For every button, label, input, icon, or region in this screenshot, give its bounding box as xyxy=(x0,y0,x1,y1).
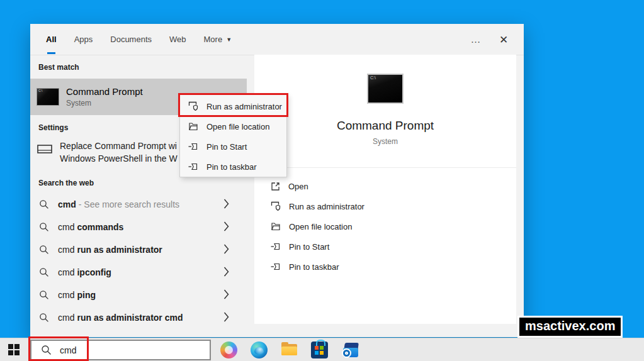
console-window-icon xyxy=(37,143,52,155)
chevron-down-icon: ▼ xyxy=(226,36,232,43)
taskbar-search-box[interactable]: cmd xyxy=(30,340,211,360)
result-subtitle: System xyxy=(66,99,143,108)
chevron-right-icon[interactable] xyxy=(223,198,229,209)
open-icon xyxy=(271,182,280,191)
search-flyout-panel: All Apps Documents Web More ▼ … ✕ Best m… xyxy=(30,24,524,337)
open-file-location-icon xyxy=(188,121,198,131)
tab-web[interactable]: Web xyxy=(169,24,186,55)
web-suggestion-see-more[interactable]: cmd- See more search results xyxy=(30,193,254,216)
tab-all[interactable]: All xyxy=(46,24,57,55)
pin-icon xyxy=(271,262,281,272)
chevron-right-icon[interactable] xyxy=(223,289,229,300)
chevron-right-icon[interactable] xyxy=(223,221,229,232)
context-menu-pin-to-start[interactable]: Pin to Start xyxy=(180,136,286,157)
action-open[interactable]: Open xyxy=(254,176,516,196)
divider xyxy=(254,167,516,168)
settings-result-line1: Replace Command Prompt wi xyxy=(60,140,178,152)
search-filter-bar: All Apps Documents Web More ▼ … ✕ xyxy=(30,24,524,55)
pin-icon xyxy=(188,162,198,172)
search-icon xyxy=(39,313,49,323)
command-prompt-icon xyxy=(37,88,59,106)
search-icon xyxy=(39,222,49,232)
copilot-icon[interactable] xyxy=(220,342,237,358)
chevron-right-icon[interactable] xyxy=(223,243,229,255)
chevron-right-icon[interactable] xyxy=(223,266,229,277)
outlook-icon[interactable] xyxy=(341,342,358,358)
detail-panel: Command Prompt System Open Run as admini… xyxy=(254,55,516,324)
search-the-web-header: Search the web xyxy=(38,179,94,187)
taskbar-app-icons xyxy=(220,338,358,361)
options-ellipsis-button[interactable]: … xyxy=(465,24,487,55)
settings-result-line2: Windows PowerShell in the W xyxy=(60,152,178,165)
pin-icon xyxy=(188,142,198,152)
tab-documents[interactable]: Documents xyxy=(110,24,152,55)
context-menu: Run as administrator Open file location … xyxy=(179,94,287,177)
search-icon xyxy=(41,345,52,355)
result-title: Command Prompt xyxy=(66,86,143,97)
search-icon xyxy=(39,199,49,209)
search-icon xyxy=(39,267,49,277)
web-suggestion-cmd-ping[interactable]: cmdping xyxy=(30,284,254,306)
web-suggestion-cmd-run-as-administrator-cmd[interactable]: cmdrun as administrator cmd xyxy=(30,306,254,329)
watermark: msactivex.com xyxy=(517,316,623,338)
start-button[interactable] xyxy=(0,338,28,361)
detail-title: Command Prompt xyxy=(254,119,516,133)
action-open-file-location[interactable]: Open file location xyxy=(254,216,516,236)
action-pin-to-start[interactable]: Pin to Start xyxy=(254,236,516,257)
search-icon xyxy=(39,245,49,255)
chevron-right-icon[interactable] xyxy=(223,311,229,323)
command-prompt-icon-large xyxy=(367,74,404,104)
pin-icon xyxy=(271,242,281,252)
context-menu-run-as-administrator[interactable]: Run as administrator xyxy=(180,96,286,116)
best-match-header: Best match xyxy=(38,63,79,72)
close-icon[interactable]: ✕ xyxy=(492,24,515,55)
windows-logo-icon xyxy=(8,344,20,355)
file-explorer-icon[interactable] xyxy=(281,342,298,358)
edge-icon[interactable] xyxy=(251,342,268,358)
context-menu-open-file-location[interactable]: Open file location xyxy=(180,116,286,136)
web-suggestion-cmd-run-as-administrator[interactable]: cmdrun as administrator xyxy=(30,238,254,261)
web-suggestion-cmd-ipconfig[interactable]: cmdipconfig xyxy=(30,261,254,284)
run-as-administrator-icon xyxy=(188,101,198,111)
action-run-as-administrator[interactable]: Run as administrator xyxy=(254,196,516,216)
open-file-location-icon xyxy=(271,221,281,231)
tab-more[interactable]: More ▼ xyxy=(204,24,232,55)
tab-apps[interactable]: Apps xyxy=(74,24,93,55)
search-icon xyxy=(39,290,49,300)
taskbar: cmd xyxy=(0,338,644,361)
web-suggestion-cmd-commands[interactable]: cmdcommands xyxy=(30,216,254,238)
detail-subtitle: System xyxy=(254,137,516,146)
action-pin-to-taskbar[interactable]: Pin to taskbar xyxy=(254,257,516,277)
search-input-value: cmd xyxy=(60,345,76,355)
detail-actions: Open Run as administrator Open file loca… xyxy=(254,176,516,277)
microsoft-store-icon[interactable] xyxy=(311,342,328,358)
settings-header: Settings xyxy=(38,123,68,132)
context-menu-pin-to-taskbar[interactable]: Pin to taskbar xyxy=(180,157,286,177)
run-as-administrator-icon xyxy=(271,201,281,211)
